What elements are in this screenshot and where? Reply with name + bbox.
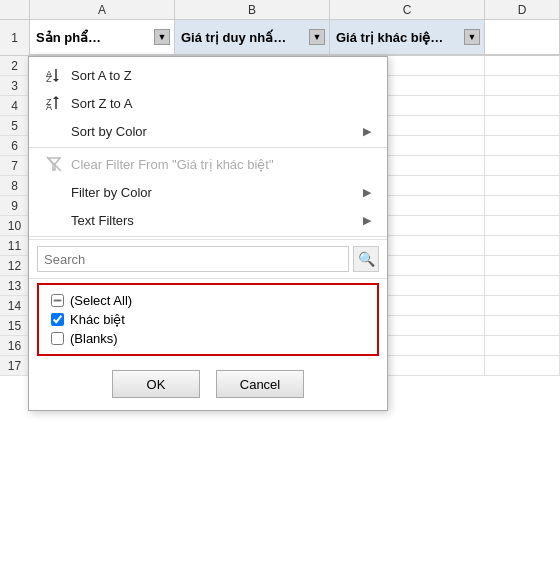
- filter-color-icon: [45, 183, 63, 201]
- cell-d: [485, 196, 560, 215]
- col-letter-c: C: [330, 0, 485, 19]
- row-num: 11: [0, 236, 30, 255]
- checkbox-khac-biet[interactable]: [51, 313, 64, 326]
- row-num: 10: [0, 216, 30, 235]
- cell-d: [485, 76, 560, 95]
- sort-az-icon: A Z: [45, 66, 63, 84]
- header-b-label: Giá trị duy nhấ…: [181, 30, 286, 45]
- checkbox-blanks-label: (Blanks): [70, 331, 118, 346]
- row-num: 2: [0, 56, 30, 75]
- row-num: 13: [0, 276, 30, 295]
- header-c-label: Giá trị khác biệ…: [336, 30, 443, 45]
- row-num-spacer: [0, 0, 30, 19]
- menu-clear-filter-label: Clear Filter From "Giá trị khác biệt": [71, 157, 274, 172]
- row-num: 15: [0, 316, 30, 335]
- ok-button[interactable]: OK: [112, 370, 200, 398]
- row-num: 8: [0, 176, 30, 195]
- row-num: 12: [0, 256, 30, 275]
- row-num: 7: [0, 156, 30, 175]
- cell-d: [485, 356, 560, 375]
- menu-sort-color-label: Sort by Color: [71, 124, 147, 139]
- menu-separator-1: [29, 147, 387, 148]
- menu-item-clear-filter[interactable]: Clear Filter From "Giá trị khác biệt": [29, 150, 387, 178]
- sort-color-icon: [45, 122, 63, 140]
- cell-d: [485, 216, 560, 235]
- row-num: 4: [0, 96, 30, 115]
- header-cell-b: Giá trị duy nhấ… ▼: [175, 20, 330, 55]
- row-num-1: 1: [0, 20, 30, 55]
- column-headers: A B C D: [0, 0, 560, 20]
- row-num: 17: [0, 356, 30, 375]
- checkbox-list: (Select All) Khác biệt (Blanks): [37, 283, 379, 356]
- menu-item-sort-za[interactable]: Z A Sort Z to A: [29, 89, 387, 117]
- row-num: 5: [0, 116, 30, 135]
- row-num: 6: [0, 136, 30, 155]
- checkbox-blanks[interactable]: [51, 332, 64, 345]
- menu-item-sort-by-color[interactable]: Sort by Color ▶: [29, 117, 387, 145]
- checkbox-select-all-label: (Select All): [70, 293, 132, 308]
- cell-d: [485, 136, 560, 155]
- spreadsheet: A B C D 1 Sản phẩ… ▼ Giá trị duy nhấ… ▼ …: [0, 0, 560, 574]
- svg-marker-7: [53, 96, 59, 99]
- cancel-button[interactable]: Cancel: [216, 370, 304, 398]
- menu-filter-color-label: Filter by Color: [71, 185, 152, 200]
- cell-d: [485, 116, 560, 135]
- checkbox-khac-biet-label: Khác biệt: [70, 312, 125, 327]
- dialog-button-row: OK Cancel: [29, 360, 387, 406]
- search-input[interactable]: [37, 246, 349, 272]
- cell-d: [485, 236, 560, 255]
- header-cell-a: Sản phẩ… ▼: [30, 20, 175, 55]
- search-box-container: 🔍: [29, 239, 387, 279]
- menu-sort-za-label: Sort Z to A: [71, 96, 132, 111]
- menu-sort-az-label: Sort A to Z: [71, 68, 132, 83]
- row-num: 9: [0, 196, 30, 215]
- dropdown-arrow-a[interactable]: ▼: [154, 29, 170, 45]
- submenu-arrow: ▶: [363, 125, 371, 138]
- cell-d: [485, 176, 560, 195]
- checkbox-item-select-all[interactable]: (Select All): [47, 291, 369, 310]
- dropdown-arrow-b[interactable]: ▼: [309, 29, 325, 45]
- checkbox-item-khac-biet[interactable]: Khác biệt: [47, 310, 369, 329]
- search-button[interactable]: 🔍: [353, 246, 379, 272]
- cell-d: [485, 316, 560, 335]
- checkbox-item-blanks[interactable]: (Blanks): [47, 329, 369, 348]
- cell-d: [485, 296, 560, 315]
- search-icon: 🔍: [358, 251, 375, 267]
- header-cell-c: Giá trị khác biệ… ▼: [330, 20, 485, 55]
- cell-d: [485, 56, 560, 75]
- col-letter-d: D: [485, 0, 560, 19]
- menu-item-sort-az[interactable]: A Z Sort A to Z: [29, 61, 387, 89]
- col-letter-b: B: [175, 0, 330, 19]
- row-num: 3: [0, 76, 30, 95]
- svg-text:A: A: [46, 102, 52, 111]
- dropdown-arrow-c[interactable]: ▼: [464, 29, 480, 45]
- cell-d: [485, 276, 560, 295]
- svg-text:Z: Z: [46, 74, 52, 83]
- cell-d: [485, 256, 560, 275]
- col-letter-a: A: [30, 0, 175, 19]
- text-filters-icon: [45, 211, 63, 229]
- filter-dropdown-menu: A Z Sort A to Z Z A Sort Z to A: [28, 56, 388, 411]
- header-cell-d: [485, 20, 560, 55]
- cell-d: [485, 156, 560, 175]
- cell-d: [485, 336, 560, 355]
- row-num: 16: [0, 336, 30, 355]
- checkbox-select-all[interactable]: [51, 294, 64, 307]
- table-header-row: 1 Sản phẩ… ▼ Giá trị duy nhấ… ▼ Giá trị …: [0, 20, 560, 56]
- row-num: 14: [0, 296, 30, 315]
- cell-d: [485, 96, 560, 115]
- menu-text-filters-label: Text Filters: [71, 213, 134, 228]
- submenu-arrow-2: ▶: [363, 186, 371, 199]
- menu-item-filter-by-color[interactable]: Filter by Color ▶: [29, 178, 387, 206]
- menu-item-text-filters[interactable]: Text Filters ▶: [29, 206, 387, 234]
- submenu-arrow-3: ▶: [363, 214, 371, 227]
- sort-za-icon: Z A: [45, 94, 63, 112]
- clear-filter-icon: [45, 155, 63, 173]
- menu-separator-2: [29, 236, 387, 237]
- svg-marker-3: [53, 79, 59, 82]
- header-a-label: Sản phẩ…: [36, 30, 101, 45]
